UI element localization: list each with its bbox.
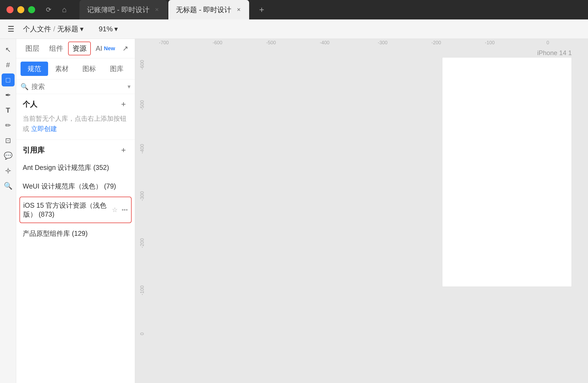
personal-add-button[interactable]: +	[119, 99, 128, 109]
traffic-lights	[6, 6, 35, 13]
ruler-label--300: -300	[378, 40, 387, 46]
pencil-tool-icon[interactable]: ✏	[2, 119, 15, 132]
home-icon[interactable]: ⌂	[58, 3, 71, 16]
tab-layers[interactable]: 图层	[21, 42, 44, 55]
zoom-level: 91%	[99, 25, 113, 33]
reference-section-header: 引用库 +	[16, 140, 135, 158]
tab-assets[interactable]: 资源	[68, 42, 91, 55]
breadcrumb-file-dropdown[interactable]: 无标题 ▾	[57, 24, 83, 34]
library-item-ant-design[interactable]: Ant Design 设计规范库 (352)	[16, 158, 135, 177]
comment-tool-icon[interactable]: 💬	[2, 149, 15, 162]
cursor-tool-icon[interactable]: ↖	[2, 43, 15, 56]
new-badge: New	[104, 45, 115, 52]
canvas-frame	[442, 57, 572, 287]
tab2-close-icon[interactable]: ✕	[236, 7, 242, 13]
crop-tool-icon[interactable]: ⊡	[2, 134, 15, 147]
pen-tool-icon[interactable]: ✒	[2, 89, 15, 102]
breadcrumb-file: 无标题	[57, 24, 78, 34]
canvas-area[interactable]: -700 -600 -500 -400 -300 -200 -100 0 -60…	[135, 39, 588, 383]
sidebar: 图层 组件 资源 AI New ↗ 规范 素材 图标 图库 🔍 ▾	[16, 39, 135, 383]
ruler-label--500: -500	[266, 40, 276, 46]
library-item-ios15-actions: ☆ •••	[112, 206, 128, 214]
tabs-area: 记账簿吧 - 即时设计 ✕ 无标题 - 即时设计 ✕	[79, 0, 249, 19]
ai-label: AI	[96, 44, 102, 53]
close-button[interactable]	[6, 6, 14, 13]
library-item-ios15[interactable]: iOS 15 官方设计资源（浅色版） (873) ☆ •••	[19, 197, 132, 223]
tab1-label: 记账簿吧 - 即时设计	[87, 5, 149, 15]
ruler-label--600: -600	[213, 40, 222, 46]
tab-jizhangbu[interactable]: 记账簿吧 - 即时设计 ✕	[79, 0, 167, 19]
sidebar-tabs: 图层 组件 资源 AI New ↗	[16, 39, 135, 58]
personal-section-header: 个人 +	[16, 94, 135, 112]
ruler-label-v--300: -300	[139, 191, 145, 201]
ruler-label--100: -100	[485, 40, 495, 46]
ruler-label-v--500: -500	[139, 100, 145, 110]
library-item-weui[interactable]: WeUI 设计规范库（浅色） (79)	[16, 177, 135, 196]
ruler-label-0: 0	[546, 40, 549, 46]
content-area: ↖ # □ ✒ T ✏ ⊡ 💬 🔍 图层 组件 资源	[0, 39, 588, 383]
history-icon[interactable]: ↗	[120, 42, 131, 55]
sub-tabs: 规范 素材 图标 图库	[16, 58, 135, 79]
frame-label: iPhone 14 1	[537, 49, 572, 57]
library-item-weui-name: WeUI 设计规范库（浅色） (79)	[23, 182, 128, 191]
breadcrumb-personal: 个人文件	[23, 24, 51, 34]
search-icon: 🔍	[21, 83, 29, 90]
chevron-down-icon: ▾	[80, 25, 83, 33]
create-now-link[interactable]: 立即创建	[31, 125, 57, 132]
search-input[interactable]	[31, 83, 125, 90]
library-item-ant-design-name: Ant Design 设计规范库 (352)	[23, 163, 128, 172]
main-layout: ☰ 个人文件 / 无标题 ▾ 91% ▾ ↖ # □ ✒ T ✏ ⊡ 💬	[0, 19, 588, 383]
minimize-button[interactable]	[17, 6, 24, 13]
star-icon[interactable]: ☆	[112, 206, 118, 214]
rectangle-tool-icon[interactable]: □	[2, 73, 15, 86]
canvas-content: -600 -500 -400 -300 -200 -100 0 iPhone 1…	[142, 46, 588, 383]
refresh-icon[interactable]: ⟳	[44, 5, 54, 15]
more-icon[interactable]: •••	[122, 206, 128, 213]
ruler-label--400: -400	[320, 40, 329, 46]
zoom-chevron-icon: ▾	[114, 25, 118, 33]
breadcrumb: 个人文件 / 无标题 ▾	[23, 24, 83, 34]
breadcrumb-separator: /	[53, 25, 55, 33]
menu-icon[interactable]: ☰	[8, 25, 14, 33]
tab-components[interactable]: 组件	[44, 42, 68, 55]
component-tool-icon[interactable]	[2, 164, 15, 177]
tab-untitled[interactable]: 无标题 - 即时设计 ✕	[168, 0, 249, 19]
maximize-button[interactable]	[28, 6, 35, 13]
titlebar: ⟳ ⌂ 记账簿吧 - 即时设计 ✕ 无标题 - 即时设计 ✕ +	[0, 0, 588, 19]
ruler-label-v--200: -200	[139, 238, 145, 248]
tab-ai[interactable]: AI New	[91, 42, 120, 55]
subtab-spec[interactable]: 规范	[21, 62, 48, 76]
tab1-close-icon[interactable]: ✕	[154, 7, 160, 13]
search-bar: 🔍 ▾	[16, 79, 135, 94]
toolbar: ☰ 个人文件 / 无标题 ▾ 91% ▾	[0, 19, 588, 39]
subtab-materials[interactable]: 素材	[48, 62, 76, 76]
library-item-prototype[interactable]: 产品原型组件库 (129)	[16, 224, 135, 243]
reference-section-title: 引用库	[23, 145, 45, 155]
ruler-label-v--600: -600	[139, 60, 145, 70]
library-item-ios15-name: iOS 15 官方设计资源（浅色版） (873)	[23, 201, 110, 219]
ruler-label--700: -700	[159, 40, 169, 46]
frame-tool-icon[interactable]: #	[2, 58, 15, 71]
reference-add-button[interactable]: +	[119, 145, 128, 155]
ruler-label-v--400: -400	[139, 144, 145, 154]
ruler-top: -700 -600 -500 -400 -300 -200 -100 0	[142, 39, 588, 46]
library-item-prototype-name: 产品原型组件库 (129)	[23, 229, 128, 238]
search-tool-icon[interactable]: 🔍	[2, 179, 15, 192]
ruler-label-v-0: 0	[139, 332, 145, 335]
ruler-label--200: -200	[431, 40, 441, 46]
text-tool-icon[interactable]: T	[2, 104, 15, 117]
subtab-icons[interactable]: 图标	[76, 62, 103, 76]
tab2-label: 无标题 - 即时设计	[176, 5, 231, 15]
new-tab-button[interactable]: +	[256, 4, 268, 16]
search-expand-icon[interactable]: ▾	[128, 83, 131, 90]
subtab-library[interactable]: 图库	[103, 62, 131, 76]
svg-point-0	[7, 170, 9, 172]
ruler-label-v--100: -100	[139, 285, 145, 295]
left-toolbar: ↖ # □ ✒ T ✏ ⊡ 💬 🔍	[0, 39, 16, 383]
personal-empty-hint: 当前暂无个人库，点击右上添加按钮或 立即创建	[16, 112, 135, 140]
personal-section-title: 个人	[23, 99, 37, 109]
zoom-control[interactable]: 91% ▾	[99, 25, 118, 33]
sidebar-content: 个人 + 当前暂无个人库，点击右上添加按钮或 立即创建 引用库 + Ant De…	[16, 94, 135, 383]
